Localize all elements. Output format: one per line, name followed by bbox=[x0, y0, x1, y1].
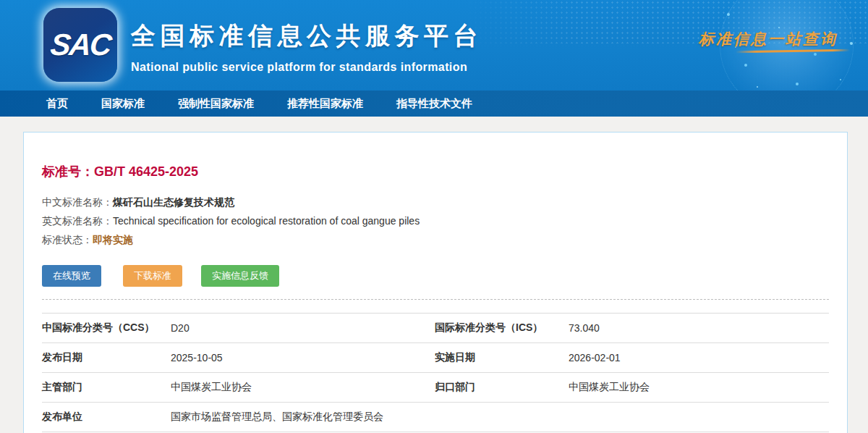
publish-date-value: 2025-10-05 bbox=[171, 352, 435, 363]
publish-unit-label: 发布单位 bbox=[42, 411, 171, 424]
sac-logo[interactable]: SAC bbox=[43, 8, 117, 82]
field-chinese-name: 中文标准名称：煤矸石山生态修复技术规范 bbox=[42, 193, 829, 211]
field-label: 标准状态： bbox=[42, 234, 93, 245]
site-title: 全国标准信息公共服务平台 bbox=[131, 20, 482, 53]
online-preview-button[interactable]: 在线预览 bbox=[42, 265, 101, 287]
page-body: 标准号：GB/T 46425-2025 中文标准名称：煤矸石山生态修复技术规范 … bbox=[0, 117, 868, 433]
implementation-feedback-button[interactable]: 实施信息反馈 bbox=[201, 265, 279, 287]
field-status: 标准状态：即将实施 bbox=[42, 230, 829, 249]
field-value: 煤矸石山生态修复技术规范 bbox=[113, 196, 234, 208]
status-badge: 即将实施 bbox=[93, 234, 133, 245]
ccs-value: D20 bbox=[171, 322, 435, 334]
publish-date-label: 发布日期 bbox=[42, 351, 171, 364]
nav-item-home[interactable]: 首页 bbox=[46, 97, 68, 111]
implement-date-value: 2026-02-01 bbox=[569, 352, 829, 363]
sac-logo-text: SAC bbox=[48, 28, 112, 62]
download-standard-button[interactable]: 下载标准 bbox=[123, 265, 182, 287]
nav-item-mandatory-standards[interactable]: 强制性国家标准 bbox=[178, 97, 254, 111]
table-row: 发布单位 国家市场监督管理总局、国家标准化管理委员会 bbox=[42, 403, 829, 432]
competent-dept-value: 中国煤炭工业协会 bbox=[171, 381, 435, 394]
dashed-divider bbox=[42, 299, 829, 300]
standard-number-label: 标准号： bbox=[42, 164, 94, 179]
site-subtitle: National public service platform for sta… bbox=[131, 61, 482, 74]
standard-info-table: 中国标准分类号（CCS） D20 国际标准分类号（ICS） 73.040 发布日… bbox=[42, 313, 829, 432]
centralized-dept-label: 归口部门 bbox=[435, 381, 569, 394]
standard-number-value: GB/T 46425-2025 bbox=[94, 164, 198, 179]
slogan-text: 标准信息一站查询 bbox=[699, 29, 838, 49]
main-nav: 首页 国家标准 强制性国家标准 推荐性国家标准 指导性技术文件 bbox=[0, 91, 868, 117]
table-row: 发布日期 2025-10-05 实施日期 2026-02-01 bbox=[42, 343, 829, 373]
ccs-label: 中国标准分类号（CCS） bbox=[42, 321, 171, 335]
table-row: 主管部门 中国煤炭工业协会 归口部门 中国煤炭工业协会 bbox=[42, 373, 829, 403]
centralized-dept-value: 中国煤炭工业协会 bbox=[569, 381, 829, 394]
ics-label: 国际标准分类号（ICS） bbox=[435, 321, 569, 335]
ics-value: 73.040 bbox=[569, 322, 829, 334]
nav-item-recommended-standards[interactable]: 推荐性国家标准 bbox=[287, 97, 363, 111]
header-titles: 全国标准信息公共服务平台 National public service pla… bbox=[131, 20, 482, 74]
field-label: 中文标准名称： bbox=[42, 196, 113, 208]
standard-fields: 中文标准名称：煤矸石山生态修复技术规范 英文标准名称：Technical spe… bbox=[42, 193, 829, 249]
table-row: 中国标准分类号（CCS） D20 国际标准分类号（ICS） 73.040 bbox=[42, 314, 829, 343]
competent-dept-label: 主管部门 bbox=[42, 381, 171, 394]
nav-item-guiding-documents[interactable]: 指导性技术文件 bbox=[396, 97, 472, 111]
nav-item-national-standards[interactable]: 国家标准 bbox=[101, 97, 145, 111]
standard-number-heading: 标准号：GB/T 46425-2025 bbox=[42, 163, 829, 180]
network-dots-decoration bbox=[727, 13, 730, 16]
field-value: Technical specification for ecological r… bbox=[113, 215, 420, 227]
action-buttons: 在线预览 下载标准 实施信息反馈 bbox=[42, 265, 829, 287]
field-english-name: 英文标准名称：Technical specification for ecolo… bbox=[42, 211, 829, 230]
site-header: SAC 全国标准信息公共服务平台 National public service… bbox=[0, 0, 868, 91]
field-label: 英文标准名称： bbox=[42, 215, 113, 227]
implement-date-label: 实施日期 bbox=[435, 351, 569, 364]
standard-detail-panel: 标准号：GB/T 46425-2025 中文标准名称：煤矸石山生态修复技术规范 … bbox=[23, 132, 848, 433]
publish-unit-value: 国家市场监督管理总局、国家标准化管理委员会 bbox=[171, 411, 829, 424]
